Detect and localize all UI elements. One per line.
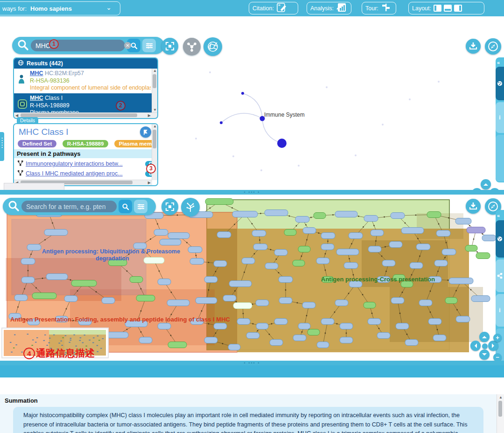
diagram-node[interactable]	[410, 263, 423, 269]
diagram-tree-button[interactable]	[181, 198, 200, 216]
pan-up-button[interactable]	[479, 332, 490, 342]
diagram-node[interactable]	[433, 335, 446, 341]
layout-left-icon[interactable]	[434, 5, 441, 12]
diagram-node[interactable]	[232, 211, 258, 217]
diagram-node[interactable]	[21, 258, 35, 265]
diagram-node[interactable]	[102, 298, 115, 304]
diagram-node[interactable]	[158, 323, 171, 329]
diagram-node[interactable]	[196, 298, 217, 304]
diagram-node[interactable]	[205, 199, 233, 205]
tour-button[interactable]: Tour:	[362, 2, 396, 14]
diagram-node[interactable]	[465, 245, 477, 251]
diagram-node[interactable]	[27, 244, 41, 251]
pan-right-button[interactable]	[488, 341, 498, 351]
diagram-node[interactable]	[14, 295, 28, 301]
pan-down-button[interactable]	[479, 349, 490, 360]
tab-more[interactable]	[496, 135, 504, 182]
diagram-node[interactable]	[449, 278, 473, 284]
diagram-node[interactable]	[204, 337, 217, 343]
diagram-node[interactable]	[237, 319, 250, 325]
tab-diagram-key[interactable]	[496, 67, 504, 100]
diagram-node[interactable]	[419, 300, 432, 306]
diagram-node[interactable]	[214, 261, 227, 267]
diagram-node[interactable]	[321, 233, 335, 239]
diagram-node[interactable]	[445, 298, 457, 304]
results-vertical-scrollbar[interactable]: ▲▼	[152, 69, 157, 112]
diagram-node[interactable]	[253, 244, 267, 250]
diagram-node[interactable]	[302, 302, 315, 308]
diagram-node[interactable]	[371, 230, 384, 236]
diagram-node[interactable]	[321, 244, 334, 250]
diagram-node[interactable]	[321, 319, 334, 325]
diagram-node[interactable]	[168, 342, 187, 348]
diagram-node[interactable]	[340, 337, 353, 343]
diagram-node[interactable]	[32, 293, 56, 299]
pan-left-button[interactable]	[470, 341, 481, 351]
search-options-button[interactable]	[142, 39, 156, 52]
panel-resize-handle[interactable]: • ••• •	[0, 361, 504, 365]
diagram-node[interactable]	[167, 300, 189, 306]
layout-right-icon[interactable]	[454, 5, 462, 12]
diagram-node[interactable]	[349, 233, 363, 239]
pathway-search-input[interactable]	[31, 40, 125, 51]
diagram-node[interactable]	[190, 258, 204, 265]
result-item[interactable]: MHC HC:B2M:Erp57 R-HSA-983136 Integral c…	[14, 69, 157, 93]
diagram-node[interactable]	[391, 298, 404, 304]
bookmark-flag-button[interactable]	[140, 126, 151, 138]
diagram-node[interactable]	[168, 233, 189, 239]
diagram-node[interactable]	[279, 298, 292, 304]
collapse-strip-icon[interactable]: «	[497, 60, 499, 65]
diagram-node[interactable]	[284, 230, 296, 236]
diagram-node[interactable]	[317, 342, 329, 348]
diagram-node[interactable]	[389, 242, 402, 248]
layout-button[interactable]: Layout:	[408, 2, 484, 14]
pathway-link[interactable]: Class I MHC mediated antigen proc...	[26, 170, 123, 177]
search-options-button[interactable]	[134, 200, 147, 213]
diagram-node[interactable]	[405, 340, 418, 346]
diagram-node[interactable]	[246, 333, 259, 339]
diagram-node[interactable]	[160, 239, 181, 245]
diagram-node[interactable]	[229, 281, 252, 287]
diagram-node[interactable]	[303, 228, 316, 234]
download-button[interactable]	[466, 39, 481, 54]
diagram-node[interactable]	[130, 277, 143, 283]
diagram-node[interactable]	[298, 323, 310, 329]
pathway-graph-canvas[interactable]	[159, 44, 457, 184]
diagram-node[interactable]	[308, 329, 320, 335]
tab-diagram-key[interactable]	[496, 220, 504, 258]
diagram-node[interactable]	[158, 279, 171, 285]
graph-node[interactable]	[277, 139, 287, 148]
analysis-button[interactable]: Analysis:	[307, 2, 351, 14]
diagram-node[interactable]	[442, 249, 456, 255]
tab-interactors[interactable]	[496, 259, 504, 292]
details-tab[interactable]: Details	[17, 117, 38, 124]
panel-resize-handle[interactable]: • ••• •	[0, 190, 504, 195]
diagram-node[interactable]	[233, 303, 252, 309]
search-submit-button[interactable]	[119, 200, 132, 213]
download-button[interactable]	[466, 199, 481, 214]
diagram-search-input[interactable]	[21, 201, 117, 212]
hierarchy-view-button[interactable]	[183, 38, 201, 56]
fit-to-screen-button[interactable]	[161, 38, 178, 55]
pathway-link[interactable]: Immunoregulatory interactions betw...	[26, 161, 123, 167]
diagram-node[interactable]	[144, 258, 164, 264]
diagram-node[interactable]	[455, 218, 471, 224]
diagram-node[interactable]	[391, 213, 405, 219]
pan-center-button[interactable]	[482, 343, 488, 349]
diagram-node[interactable]	[396, 323, 409, 329]
graph-node[interactable]	[241, 92, 244, 95]
diagram-node[interactable]	[228, 344, 240, 350]
diagram-node[interactable]	[223, 295, 236, 301]
diagram-node[interactable]	[188, 247, 202, 253]
diagram-node[interactable]	[335, 300, 348, 306]
diagram-node[interactable]	[242, 258, 255, 264]
diagram-node[interactable]	[456, 316, 470, 322]
diagram-node[interactable]	[46, 274, 68, 280]
diagram-node[interactable]	[204, 277, 217, 283]
diagram-node[interactable]	[71, 280, 97, 286]
diagram-node[interactable]	[335, 211, 357, 217]
compass-button[interactable]	[485, 38, 501, 55]
diagram-node[interactable]	[154, 230, 168, 236]
diagram-node[interactable]	[382, 260, 395, 266]
collapse-strip-icon[interactable]: «	[497, 213, 499, 218]
